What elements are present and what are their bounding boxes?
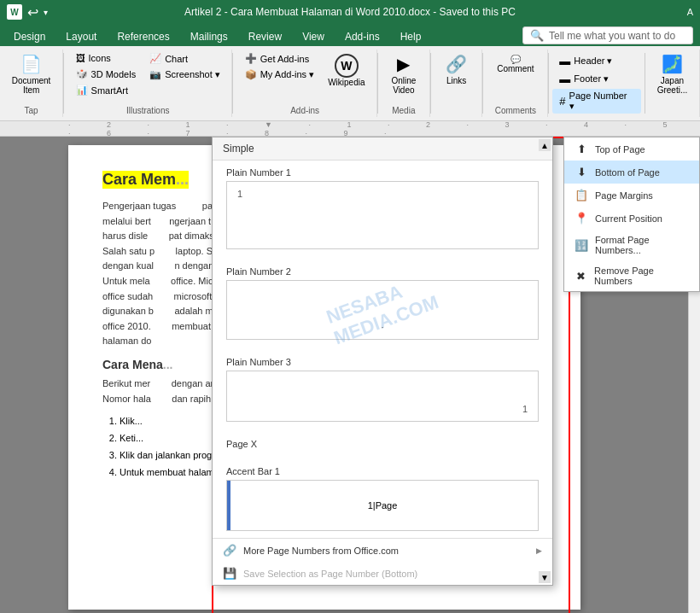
comment-btn[interactable]: 💬 Comment — [490, 51, 540, 77]
page-number-label: Page Number ▾ — [569, 90, 634, 112]
smartart-icon: 📊 — [76, 85, 88, 96]
get-addins-icon: ➕ — [245, 53, 257, 64]
doc-title: Cara Mem... — [102, 171, 189, 189]
plain-number-2-option[interactable]: Plain Number 2 NESABAMEDIA.COM · — [213, 260, 552, 350]
context-bottom-of-page[interactable]: ⬇ Bottom of Page — [564, 161, 699, 184]
links-btn[interactable]: 🔗 Links — [438, 51, 475, 88]
icons-icon: 🖼 — [76, 53, 85, 63]
more-page-numbers-label: More Page Numbers from Office.com — [243, 546, 399, 556]
header-btn[interactable]: ▬ Header ▾ — [552, 53, 640, 69]
tab-view[interactable]: View — [292, 27, 335, 46]
tap-label: Tap — [25, 102, 38, 115]
scroll-up-btn[interactable]: ▲ — [539, 139, 551, 151]
ruler: · 2 · 1 · ▼ · 1 · 2 · 3 · 4 · 5 · 6 · 7 … — [0, 121, 700, 137]
ribbon-items-addins: ➕ Get Add-ins 📦 My Add-ins ▾ W Wikipedia — [240, 51, 370, 102]
tab-references[interactable]: References — [107, 27, 179, 46]
plain-number-3-preview: 1 — [226, 371, 539, 422]
undo-btn[interactable]: ↩ — [27, 4, 38, 20]
chart-btn[interactable]: 📈 Chart — [144, 51, 225, 66]
wikipedia-icon: W — [335, 54, 359, 78]
redo-btn[interactable]: ▾ — [44, 8, 48, 17]
ribbon-items-illustrations: 🖼 Icons 🎲 3D Models 📊 SmartArt 📈 Chart — [71, 51, 225, 102]
get-addins-btn[interactable]: ➕ Get Add-ins — [240, 51, 319, 66]
links-icon: 🔗 — [446, 54, 467, 74]
document-item-label: DocumentItem — [12, 76, 51, 95]
top-of-page-icon: ⬆ — [575, 143, 588, 155]
office-version: office 2010 — [102, 321, 149, 331]
smartart-btn[interactable]: 📊 SmartArt — [71, 83, 142, 97]
illustrations-label: Illustrations — [126, 102, 170, 115]
accent-bar-1-number: 1|Page — [368, 500, 398, 511]
tab-mailings[interactable]: Mailings — [180, 27, 238, 46]
top-of-page-label: Top of Page — [595, 144, 645, 155]
document-icon: 📄 — [20, 54, 42, 74]
page-x-option[interactable]: Page X — [213, 432, 552, 459]
pn2-watermark: NESABAMEDIA.COM — [324, 271, 441, 350]
plain-number-1-option[interactable]: Plain Number 1 1 — [213, 161, 552, 260]
screenshot-btn[interactable]: 📷 Screenshot ▾ — [144, 67, 225, 82]
more-page-numbers-icon: 🔗 — [223, 544, 236, 557]
get-addins-label: Get Add-ins — [260, 54, 309, 64]
my-addins-btn[interactable]: 📦 My Add-ins ▾ — [240, 67, 319, 82]
ribbon-group-header-footer: ▬ Header ▾ ▬ Footer ▾ # Page Number ▾ — [549, 50, 644, 117]
media-label: Media — [392, 102, 415, 115]
search-placeholder: Tell me what you want to do — [549, 30, 675, 42]
tab-review[interactable]: Review — [238, 27, 292, 46]
tab-design[interactable]: Design — [3, 27, 55, 46]
page-number-icon: # — [559, 95, 565, 108]
window-title: Artikel 2 - Cara Membuat Halaman di Word… — [184, 6, 516, 18]
page-number-dropdown[interactable]: ▲ Simple Plain Number 1 1 Plain Number 2… — [212, 137, 553, 586]
plain-number-3-option[interactable]: Plain Number 3 1 — [213, 350, 552, 432]
page-number-btn[interactable]: # Page Number ▾ — [552, 89, 640, 114]
pn3-number: 1 — [522, 404, 528, 414]
document-area: NESABAMEDIA.COM Cara Mem... Pengerjaan t… — [0, 137, 700, 613]
ribbon-group-japanese: 🗾 JapanGreeti... — [645, 50, 700, 117]
japanese-icon: 🗾 — [662, 54, 683, 74]
ribbon-tabs: Design Layout References Mailings Review… — [0, 24, 700, 46]
scroll-up-arrow[interactable]: ▲ — [539, 139, 551, 151]
tab-addins[interactable]: Add-ins — [335, 27, 390, 46]
page-margins-icon: 📋 — [575, 189, 588, 201]
3d-icon: 🎲 — [76, 68, 88, 79]
illustrations-col2: 📈 Chart 📷 Screenshot ▾ — [144, 51, 225, 82]
dropdown-header-label: Simple — [223, 143, 254, 155]
scroll-down-arrow[interactable]: ▼ — [539, 571, 551, 583]
addins-label: Add-ins — [290, 102, 319, 115]
tab-layout[interactable]: Layout — [55, 27, 107, 46]
search-icon: 🔍 — [530, 29, 544, 42]
plain-number-1-label: Plain Number 1 — [226, 167, 539, 178]
japanese-label: JapanGreeti... — [657, 76, 688, 95]
save-selection-item[interactable]: 💾 Save Selection as Page Number (Bottom) — [213, 562, 552, 585]
scroll-down-btn[interactable]: ▼ — [539, 571, 551, 583]
context-remove-page-numbers[interactable]: ✖ Remove Page Numbers — [564, 260, 699, 291]
footer-btn[interactable]: ▬ Footer ▾ — [552, 71, 640, 87]
plain-number-2-preview: NESABAMEDIA.COM · — [226, 280, 539, 340]
app-icon: W — [7, 4, 22, 20]
footer-icon: ▬ — [559, 73, 570, 85]
pn2-number: · — [381, 322, 383, 332]
icons-btn[interactable]: 🖼 Icons — [71, 51, 142, 65]
title-bar: W ↩ ▾ Artikel 2 - Cara Membuat Halaman d… — [0, 0, 700, 24]
context-format-page-numbers[interactable]: 🔢 Format Page Numbers... — [564, 230, 699, 260]
comments-label: Comments — [495, 102, 536, 115]
accent-bar-1-label: Accent Bar 1 — [226, 466, 539, 476]
context-top-of-page[interactable]: ⬆ Top of Page — [564, 137, 699, 161]
3d-models-btn[interactable]: 🎲 3D Models — [71, 67, 142, 81]
remove-page-numbers-label: Remove Page Numbers — [594, 266, 689, 286]
tab-help[interactable]: Help — [390, 27, 432, 46]
plain-number-2-label: Plain Number 2 — [226, 266, 539, 277]
more-page-numbers-item[interactable]: 🔗 More Page Numbers from Office.com — [213, 539, 552, 562]
context-page-margins[interactable]: 📋 Page Margins — [564, 184, 699, 207]
remove-page-numbers-icon: ✖ — [575, 270, 587, 283]
ribbon-items-insert: 📄 DocumentItem — [7, 51, 56, 102]
wikipedia-btn[interactable]: W Wikipedia — [323, 51, 370, 90]
online-video-btn[interactable]: ▶ OnlineVideo — [385, 51, 423, 97]
context-current-position[interactable]: 📍 Current Position — [564, 207, 699, 230]
search-bar[interactable]: 🔍 Tell me what you want to do — [522, 26, 693, 44]
3d-label: 3D Models — [91, 69, 137, 79]
my-addins-label: My Add-ins ▾ — [260, 69, 314, 80]
accent-bar-1-option[interactable]: Accent Bar 1 1|Page — [213, 459, 552, 538]
context-menu[interactable]: ⬆ Top of Page ⬇ Bottom of Page 📋 Page Ma… — [563, 137, 700, 292]
japanese-btn[interactable]: 🗾 JapanGreeti... — [652, 51, 693, 97]
document-item-btn[interactable]: 📄 DocumentItem — [7, 51, 56, 97]
